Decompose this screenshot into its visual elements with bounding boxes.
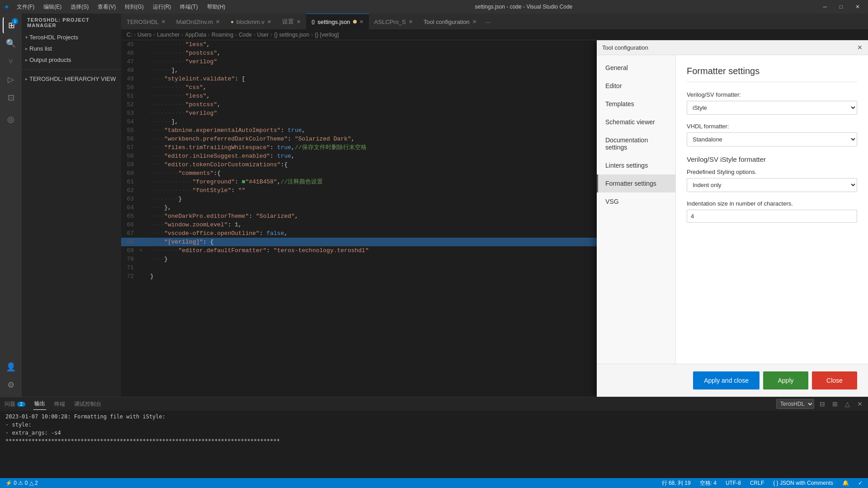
breadcrumb-item-roaming[interactable]: Roaming	[212, 32, 233, 38]
breadcrumb-item-verilog[interactable]: {} [verilog]	[315, 32, 339, 38]
status-notification-bell[interactable]: 🔔	[840, 480, 851, 486]
activity-account[interactable]: 👤	[3, 359, 19, 375]
vhdl-formatter-select[interactable]: Standalone None	[687, 132, 857, 146]
split-output-button[interactable]: ⊞	[830, 399, 840, 408]
tab-close-aslcpro[interactable]: ✕	[409, 19, 413, 25]
activity-run[interactable]: ▷	[3, 71, 19, 88]
problems-badge: 2	[17, 402, 25, 407]
tab-close-matord[interactable]: ✕	[216, 19, 220, 25]
status-language[interactable]: { } JSON with Comments	[771, 480, 835, 486]
config-section-title: Formatter settings	[687, 66, 857, 82]
activity-teroshdl[interactable]: ◎	[3, 111, 19, 127]
win-maximize[interactable]: □	[835, 3, 847, 11]
tab-label-aslcpro: ASLCPro_S	[374, 19, 406, 25]
menu-file[interactable]: 文件(F)	[13, 2, 38, 12]
menu-view[interactable]: 查看(V)	[94, 2, 119, 12]
maximize-panel-button[interactable]: △	[843, 399, 852, 408]
indent-size-input[interactable]	[687, 210, 857, 223]
tabs-more-button[interactable]: ···	[482, 15, 495, 29]
activity-source-control[interactable]: ⑂	[3, 53, 19, 70]
nav-schematic[interactable]: Schematic viewer	[597, 113, 675, 131]
debug-console-label: 调试控制台	[74, 400, 101, 408]
tab-matord[interactable]: MatOrd2Inv.m ✕	[171, 14, 225, 29]
tab-settings-ui[interactable]: 设置 ✕	[277, 14, 306, 29]
close-panel-button[interactable]: ✕	[855, 399, 864, 408]
nav-templates[interactable]: Templates	[597, 95, 675, 113]
output-line-4: ****************************************…	[5, 437, 863, 445]
status-bar: ⚡ 0 ⚠ 0 △ 2 行 68, 列 19 空格: 4 UTF-8 CRLF …	[0, 478, 868, 488]
panel-tab-label[interactable]: Tool configuration	[602, 44, 648, 51]
terminal-selector[interactable]: TerosHDL	[776, 399, 814, 409]
sidebar-item-output[interactable]: ▸ Output products	[22, 55, 121, 65]
tab-label-blockmm: blockmm.v	[236, 19, 264, 25]
breadcrumb-item-appdata[interactable]: AppData	[185, 32, 206, 38]
tab-dot-modified	[353, 20, 357, 23]
status-eol[interactable]: CRLF	[748, 480, 766, 486]
menu-run[interactable]: 运行(R)	[149, 2, 175, 12]
breadcrumb-item-settings-json[interactable]: {} settings.json	[274, 32, 309, 38]
verilog-formatter-select[interactable]: iStyle Verible None	[687, 101, 857, 115]
bottom-tab-terminal[interactable]: 终端	[53, 399, 66, 410]
tab-aslcpro[interactable]: ASLCPro_S ✕	[369, 14, 418, 29]
gutter-icon	[139, 263, 148, 272]
activity-explorer[interactable]: ⊞ 1	[3, 17, 19, 33]
win-close[interactable]: ✕	[851, 3, 864, 11]
gutter-icon	[139, 255, 148, 263]
tabs-bar: TEROSHDL ✕ MatOrd2Inv.m ✕ ● blockmm.v ✕ …	[121, 14, 868, 29]
status-position[interactable]: 行 68, 列 19	[660, 479, 693, 487]
panel-close-button[interactable]: ✕	[857, 44, 863, 51]
status-spaces[interactable]: 空格: 4	[698, 479, 718, 487]
tab-close-tool-config[interactable]: ✕	[472, 19, 476, 25]
tab-tool-config[interactable]: Tool configuration ✕	[418, 14, 482, 29]
tab-teroshdl[interactable]: TEROSHDL ✕	[121, 14, 171, 29]
tab-blockmm[interactable]: ● blockmm.v ✕	[225, 14, 277, 29]
breadcrumb-item-code[interactable]: Code	[239, 32, 252, 38]
menu-edit[interactable]: 编辑(E)	[40, 2, 65, 12]
breadcrumb-item-user[interactable]: User	[257, 32, 269, 38]
menu-terminal[interactable]: 终端(T)	[176, 2, 201, 12]
tab-close-teroshdl[interactable]: ✕	[161, 19, 165, 25]
panel-header: Tool configuration ✕	[597, 40, 868, 55]
nav-formatter[interactable]: Formatter settings	[597, 174, 675, 192]
activity-extensions[interactable]: ⊡	[3, 89, 19, 106]
line-number: 68	[121, 238, 139, 246]
status-sync[interactable]: ✓	[856, 480, 864, 486]
sidebar-section-projects: ▾ TerosHDL Projects	[22, 32, 121, 43]
tab-settings-json[interactable]: {} settings.json ✕	[306, 14, 369, 29]
breadcrumb: C: › Users › Launcher › AppData › Roamin…	[121, 29, 868, 40]
nav-general[interactable]: General	[597, 59, 675, 77]
verilog-formatter-label: Verilog/SV formatter:	[687, 91, 857, 98]
activity-search[interactable]: 🔍	[3, 35, 19, 52]
tab-close-blockmm[interactable]: ✕	[267, 19, 271, 25]
bottom-tab-problems[interactable]: 问题 2	[4, 399, 26, 410]
activity-settings[interactable]: ⚙	[3, 377, 19, 393]
clear-output-button[interactable]: ⊟	[818, 399, 827, 408]
menu-goto[interactable]: 转到(G)	[121, 2, 147, 12]
menu-help[interactable]: 帮助(H)	[203, 2, 229, 12]
tab-label-settings-json: settings.json	[317, 19, 350, 25]
breadcrumb-item-launcher[interactable]: Launcher	[157, 32, 179, 38]
bottom-tab-output[interactable]: 输出	[33, 398, 46, 410]
tab-close-settings-json[interactable]: ✕	[359, 19, 363, 25]
nav-documentation[interactable]: Documentation settings	[597, 131, 675, 156]
apply-and-close-button[interactable]: Apply and close	[693, 371, 760, 389]
window-controls[interactable]: ─ □ ✕	[818, 3, 864, 11]
predefined-styling-select[interactable]: Indent only ANSI K&R GNU	[687, 178, 857, 192]
breadcrumb-item-c[interactable]: C:	[127, 32, 132, 38]
win-minimize[interactable]: ─	[818, 3, 831, 11]
nav-editor[interactable]: Editor	[597, 77, 675, 95]
status-errors[interactable]: ⚡ 0 ⚠ 0 △ 2	[4, 480, 40, 486]
menu-select[interactable]: 选择(S)	[67, 2, 92, 12]
status-encoding[interactable]: UTF-8	[724, 480, 743, 486]
sidebar-item-runs[interactable]: ▸ Runs list	[22, 44, 121, 53]
nav-linters[interactable]: Linters settings	[597, 156, 675, 174]
menu-bar[interactable]: 文件(F) 编辑(E) 选择(S) 查看(V) 转到(G) 运行(R) 终端(T…	[13, 2, 229, 12]
bottom-tab-debug[interactable]: 调试控制台	[73, 399, 102, 410]
close-button[interactable]: Close	[812, 371, 857, 389]
sidebar-item-hierarchy[interactable]: ▸ TEROSHDL: HIERARCHY VIEW	[22, 74, 121, 84]
tab-close-settings-ui[interactable]: ✕	[297, 19, 301, 25]
sidebar-item-teroshdl-projects[interactable]: ▾ TerosHDL Projects	[22, 33, 121, 42]
apply-button[interactable]: Apply	[763, 371, 808, 389]
nav-vsg[interactable]: VSG	[597, 192, 675, 211]
breadcrumb-item-users[interactable]: Users	[137, 32, 151, 38]
